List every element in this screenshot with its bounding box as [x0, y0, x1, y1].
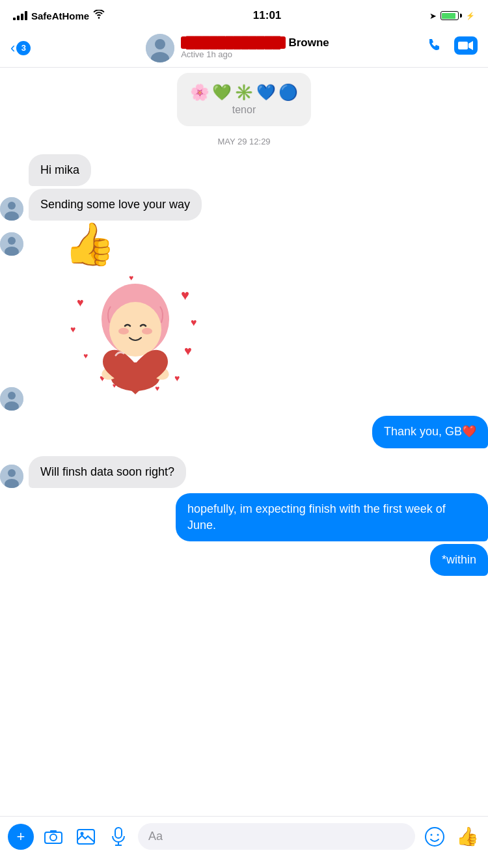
table-row: hopefully, im expecting finish with the … [0, 493, 488, 541]
redacted-name: ████████████ [181, 36, 286, 49]
avatar-placeholder [0, 163, 23, 186]
table-row: Hi mika [0, 154, 488, 186]
emoji-button[interactable] [422, 824, 448, 850]
message-text: *within [442, 553, 476, 566]
svg-point-28 [142, 328, 152, 334]
message-input[interactable]: Aa [138, 823, 415, 850]
svg-point-43 [426, 828, 444, 846]
table-row: ♥ ♥ ♥ ♥ ♥ ♥ ♥ ♥ ♥ ♥ ♥ [0, 267, 488, 411]
wifi-icon [93, 10, 105, 21]
table-row: Thank you, GB❤️ [0, 416, 488, 448]
svg-rect-37 [50, 830, 57, 833]
svg-text:♥: ♥ [184, 344, 192, 358]
messages-area: 🌸💚✳️💙🔵 tenor MAY 29 12:29 Hi mika Sendin… [0, 73, 488, 644]
mic-button[interactable] [105, 824, 131, 850]
message-text: Thank you, GB❤️ [384, 425, 476, 438]
svg-point-44 [431, 834, 433, 835]
table-row: *within [0, 544, 488, 576]
svg-text:♥: ♥ [70, 324, 75, 334]
svg-point-33 [8, 469, 16, 477]
message-timestamp: MAY 29 12:29 [0, 137, 488, 146]
message-bubble: Hi mika [29, 154, 91, 186]
nav-center[interactable]: ████████████ Browne Active 1h ago [49, 34, 426, 62]
svg-point-27 [118, 328, 129, 334]
svg-text:♥: ♥ [174, 373, 180, 383]
svg-point-26 [109, 302, 161, 357]
svg-point-45 [437, 834, 439, 835]
svg-text:♥: ♥ [155, 384, 159, 393]
svg-point-1 [155, 39, 165, 49]
svg-point-11 [8, 392, 16, 400]
message-bubble: Sending some love your way [29, 189, 202, 221]
status-right: ➤ ⚡ [429, 11, 475, 21]
sender-avatar [0, 465, 23, 488]
contact-info: ████████████ Browne Active 1h ago [181, 36, 329, 59]
table-row: 👍 [0, 223, 488, 265]
location-icon: ➤ [429, 11, 437, 21]
battery-icon [441, 11, 462, 20]
gif-container: 🌸💚✳️💙🔵 tenor [0, 73, 488, 126]
input-placeholder: Aa [148, 830, 163, 843]
plus-icon: + [17, 828, 25, 845]
status-left: SafeAtHome [13, 10, 105, 21]
svg-text:♥: ♥ [77, 296, 84, 309]
gif-label: tenor [232, 104, 256, 115]
time-display: 11:01 [253, 9, 281, 22]
charging-icon: ⚡ [466, 12, 475, 20]
message-bubble: hopefully, im expecting finish with the … [176, 493, 488, 541]
message-text: Hi mika [40, 163, 79, 176]
thumbs-up-sticker: 👍 [64, 223, 116, 265]
carrier-label: SafeAtHome [31, 10, 89, 21]
gif-decoration: 🌸💚✳️💙🔵 [190, 83, 298, 102]
love-sticker: ♥ ♥ ♥ ♥ ♥ ♥ ♥ ♥ ♥ ♥ ♥ [64, 267, 207, 411]
svg-text:♥: ♥ [83, 351, 88, 360]
video-icon[interactable] [454, 36, 478, 55]
add-button[interactable]: + [8, 824, 34, 850]
chevron-left-icon: ‹ [10, 40, 15, 57]
svg-point-8 [8, 237, 16, 245]
svg-point-36 [50, 834, 57, 841]
thumbs-up-icon: 👍 [456, 826, 479, 847]
contact-name: ████████████ Browne [181, 36, 329, 49]
thumbs-up-button[interactable]: 👍 [454, 824, 480, 850]
back-count-badge: 3 [16, 41, 31, 55]
sender-avatar [0, 197, 23, 221]
input-bar: + Aa 👍 [0, 816, 488, 868]
avatar [146, 34, 174, 62]
svg-point-39 [81, 832, 84, 835]
svg-text:♥: ♥ [181, 287, 189, 303]
signal-icon [13, 11, 27, 20]
gif-bubble: 🌸💚✳️💙🔵 tenor [177, 73, 311, 126]
sender-avatar [0, 387, 23, 411]
nav-actions [426, 36, 478, 59]
message-bubble: *within [430, 544, 488, 576]
table-row: Will finsh data soon right? [0, 456, 488, 488]
message-text: Sending some love your way [40, 198, 190, 211]
svg-text:♥: ♥ [191, 317, 197, 328]
svg-point-5 [8, 202, 16, 210]
back-button[interactable]: ‹ 3 [10, 40, 49, 57]
nav-bar: ‹ 3 ████████████ Browne Active 1h ago [0, 29, 488, 68]
svg-rect-3 [458, 42, 468, 49]
message-bubble: Thank you, GB❤️ [372, 416, 488, 448]
camera-button[interactable] [40, 824, 66, 850]
message-text: hopefully, im expecting finish with the … [187, 502, 446, 532]
table-row: Sending some love your way [0, 189, 488, 221]
message-bubble: Will finsh data soon right? [29, 456, 186, 488]
sender-avatar [0, 232, 23, 256]
svg-text:♥: ♥ [129, 273, 133, 282]
contact-status: Active 1h ago [181, 49, 329, 59]
message-text: Will finsh data soon right? [40, 465, 174, 478]
phone-icon[interactable] [426, 36, 444, 59]
image-button[interactable] [73, 824, 99, 850]
status-bar: SafeAtHome 11:01 ➤ ⚡ [0, 0, 488, 29]
svg-rect-40 [115, 828, 122, 838]
